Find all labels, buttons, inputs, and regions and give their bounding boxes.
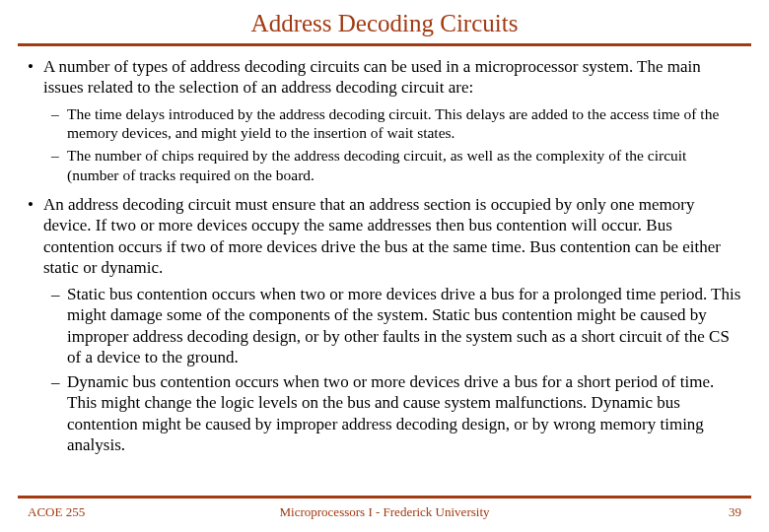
bullet-level2: The number of chips required by the addr… xyxy=(51,146,741,184)
slide-content: A number of types of address decoding ci… xyxy=(0,46,769,455)
bullet-level2: Static bus contention occurs when two or… xyxy=(51,284,741,367)
footer-rule xyxy=(18,496,751,499)
bullet-level1: A number of types of address decoding ci… xyxy=(28,56,741,99)
bullet-text: A number of types of address decoding ci… xyxy=(43,57,701,97)
bullet-text: An address decoding circuit must ensure … xyxy=(43,195,721,277)
bullet-level2: The time delays introduced by the addres… xyxy=(51,104,741,143)
bullet-text: Dynamic bus contention occurs when two o… xyxy=(67,372,714,454)
slide-title: Address Decoding Circuits xyxy=(0,0,769,43)
bullet-text: Static bus contention occurs when two or… xyxy=(67,285,740,366)
bullet-text: The time delays introduced by the addres… xyxy=(67,105,719,141)
footer-course-title: Microprocessors I - Frederick University xyxy=(0,504,769,520)
bullet-level1: An address decoding circuit must ensure … xyxy=(28,194,741,278)
footer: ACOE 255 Microprocessors I - Frederick U… xyxy=(0,504,769,524)
footer-page-number: 39 xyxy=(729,504,741,520)
bullet-text: The number of chips required by the addr… xyxy=(67,147,686,182)
bullet-level2: Dynamic bus contention occurs when two o… xyxy=(51,371,741,455)
slide: Address Decoding Circuits A number of ty… xyxy=(0,0,769,532)
